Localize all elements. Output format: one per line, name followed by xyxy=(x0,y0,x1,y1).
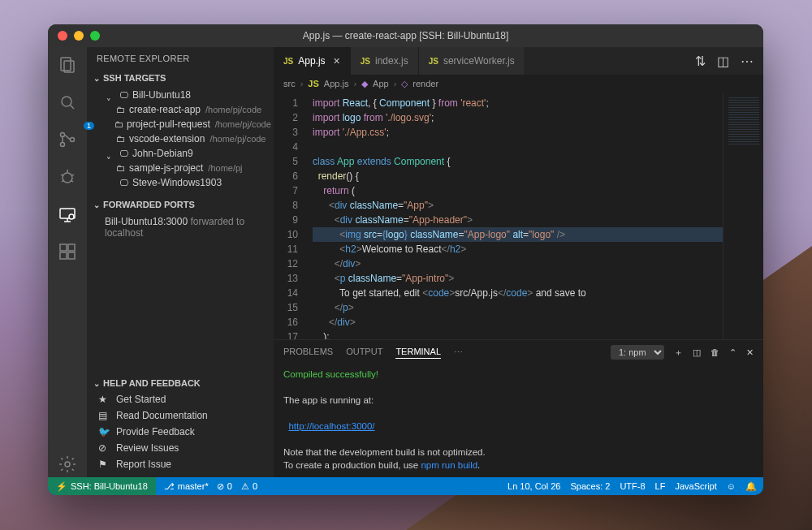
folder-icon: 🗀 xyxy=(114,105,126,114)
status-remote[interactable]: ⚡SSH: Bill-Ubuntu18 xyxy=(48,477,156,495)
svg-point-2 xyxy=(62,97,71,106)
status-problems[interactable]: ⊘0 ⚠0 xyxy=(217,481,257,492)
js-file-icon: JS xyxy=(361,57,370,66)
help-item[interactable]: ▤Read Documentation xyxy=(87,407,274,424)
status-lang[interactable]: JavaScript xyxy=(675,481,716,492)
close-tab-icon[interactable]: × xyxy=(334,54,340,67)
ssh-host[interactable]: ˬ🖵John-Debian9 xyxy=(87,146,274,161)
editor-group: JSApp.js×JSindex.jsJSserviceWorker.js ⇅ … xyxy=(274,47,763,477)
titlebar[interactable]: App.js — create-react-app [SSH: Bill-Ubu… xyxy=(48,24,763,47)
monitor-icon: 🖵 xyxy=(118,178,129,187)
chevron-icon: ˬ xyxy=(103,90,114,101)
sidebar-title: REMOTE EXPLORER xyxy=(87,47,274,70)
sidebar: REMOTE EXPLORER ⌄SSH TARGETS ˬ🖵Bill-Ubun… xyxy=(87,47,274,477)
remote-icon: ⚡ xyxy=(56,481,67,492)
panel-tab[interactable]: TERMINAL xyxy=(395,347,441,359)
forwarded-ports-header[interactable]: ⌄FORWARDED PORTS xyxy=(87,196,274,213)
help-item[interactable]: ⚑Report Issue xyxy=(87,456,274,472)
ssh-folder[interactable]: 🗀vscode-extension/home/pj/code xyxy=(87,131,274,146)
help-item[interactable]: 🐦Provide Feedback xyxy=(87,424,274,440)
scm-icon[interactable]: 1 xyxy=(58,130,77,153)
status-eol[interactable]: LF xyxy=(655,481,666,492)
breadcrumbs[interactable]: src› JSApp.js› ◆App› ◇render xyxy=(274,75,763,93)
status-encoding[interactable]: UTF-8 xyxy=(620,481,645,492)
extensions-icon[interactable] xyxy=(58,242,77,265)
chevron-down-icon: ⌄ xyxy=(93,200,100,209)
chevron-icon: ˬ xyxy=(103,149,114,159)
code-editor[interactable]: 1234567891011121314151617 import React, … xyxy=(274,93,763,339)
status-branch[interactable]: ⎇master* xyxy=(164,481,209,492)
help-item-icon: ▤ xyxy=(98,410,110,421)
status-bell-icon[interactable]: 🔔 xyxy=(745,481,757,492)
status-cursor[interactable]: Ln 10, Col 26 xyxy=(508,481,560,492)
panel: PROBLEMSOUTPUTTERMINAL ⋯ 1: npm ＋ ◫ 🗑 ⌃ … xyxy=(274,339,763,477)
ssh-folder[interactable]: 🗀sample-js-project/home/pj xyxy=(87,161,274,175)
help-item[interactable]: ⊘Review Issues xyxy=(87,440,274,456)
help-item-icon: 🐦 xyxy=(98,426,110,437)
help-item[interactable]: ★Get Started xyxy=(87,391,274,407)
status-feedback-icon[interactable]: ☺ xyxy=(727,481,736,492)
svg-rect-0 xyxy=(61,58,71,71)
svg-rect-18 xyxy=(60,252,67,259)
monitor-icon: 🖵 xyxy=(118,90,129,100)
help-item-icon: ⊘ xyxy=(98,442,110,454)
panel-tab[interactable]: PROBLEMS xyxy=(283,347,333,359)
status-spaces[interactable]: Spaces: 2 xyxy=(570,481,610,492)
debug-icon[interactable] xyxy=(58,167,77,190)
editor-tab[interactable]: JSApp.js× xyxy=(274,47,351,75)
chevron-down-icon: ⌄ xyxy=(93,379,100,388)
folder-icon: 🗀 xyxy=(114,163,126,173)
window-title: App.js — create-react-app [SSH: Bill-Ubu… xyxy=(303,30,508,41)
kill-terminal-icon[interactable]: 🗑 xyxy=(710,347,719,357)
scm-badge: 1 xyxy=(84,122,94,130)
folder-icon: 🗀 xyxy=(114,119,123,129)
editor-tabs: JSApp.js×JSindex.jsJSserviceWorker.js ⇅ … xyxy=(274,47,763,75)
svg-point-7 xyxy=(63,173,72,183)
ssh-targets-header[interactable]: ⌄SSH TARGETS xyxy=(87,70,274,86)
editor-tab[interactable]: JSindex.js xyxy=(351,47,419,75)
search-icon[interactable] xyxy=(58,93,77,115)
ssh-folder[interactable]: 🗀create-react-app/home/pj/code xyxy=(87,102,274,117)
close-window[interactable] xyxy=(58,31,67,41)
help-feedback-header[interactable]: ⌄HELP AND FEEDBACK xyxy=(87,375,274,391)
maximize-window[interactable] xyxy=(90,31,100,41)
folder-icon: 🗀 xyxy=(114,134,126,144)
panel-more-icon[interactable]: ⋯ xyxy=(454,347,463,358)
localhost-link[interactable]: http://localhost:3000/ xyxy=(288,421,374,431)
settings-icon[interactable] xyxy=(58,455,77,477)
new-terminal-icon[interactable]: ＋ xyxy=(674,347,683,359)
svg-point-5 xyxy=(61,143,65,147)
explorer-icon[interactable] xyxy=(58,55,77,78)
terminal-selector[interactable]: 1: npm xyxy=(611,345,664,360)
monitor-icon: 🖵 xyxy=(118,149,129,158)
split-terminal-icon[interactable]: ◫ xyxy=(693,347,701,358)
js-file-icon: JS xyxy=(283,57,293,66)
svg-rect-17 xyxy=(60,244,67,251)
split-editor-icon[interactable]: ◫ xyxy=(717,54,729,69)
svg-point-6 xyxy=(71,138,75,142)
terminal[interactable]: Compiled successfully! The app is runnin… xyxy=(274,364,763,477)
error-icon: ⊘ xyxy=(217,481,224,492)
forwarded-port[interactable]: Bill-Ubuntu18:3000 forwarded to localhos… xyxy=(87,213,274,242)
activity-bar: 1 xyxy=(48,47,87,477)
svg-line-3 xyxy=(71,106,75,110)
minimap[interactable] xyxy=(723,93,763,339)
warning-icon: ⚠ xyxy=(241,481,249,492)
help-item-icon: ⚑ xyxy=(98,459,110,470)
minimize-window[interactable] xyxy=(74,31,84,41)
ssh-folder[interactable]: 🗀project-pull-request/home/pj/code xyxy=(87,117,274,131)
status-bar: ⚡SSH: Bill-Ubuntu18 ⎇master* ⊘0 ⚠0 Ln 10… xyxy=(48,477,763,495)
branch-icon: ⎇ xyxy=(164,481,175,492)
panel-tabs: PROBLEMSOUTPUTTERMINAL ⋯ 1: npm ＋ ◫ 🗑 ⌃ … xyxy=(274,340,763,364)
close-panel-icon[interactable]: ✕ xyxy=(746,347,754,358)
compare-icon[interactable]: ⇅ xyxy=(695,54,706,69)
editor-tab[interactable]: JSserviceWorker.js xyxy=(419,47,525,75)
more-icon[interactable]: ⋯ xyxy=(741,54,754,69)
ssh-host[interactable]: ˬ🖵Bill-Ubuntu18 xyxy=(87,88,274,102)
ssh-host[interactable]: 🖵Steve-Windows1903 xyxy=(87,175,274,190)
maximize-panel-icon[interactable]: ⌃ xyxy=(729,347,736,358)
vscode-window: App.js — create-react-app [SSH: Bill-Ubu… xyxy=(48,24,763,495)
remote-explorer-icon[interactable] xyxy=(58,205,77,227)
panel-tab[interactable]: OUTPUT xyxy=(346,347,382,359)
svg-rect-20 xyxy=(68,244,75,251)
